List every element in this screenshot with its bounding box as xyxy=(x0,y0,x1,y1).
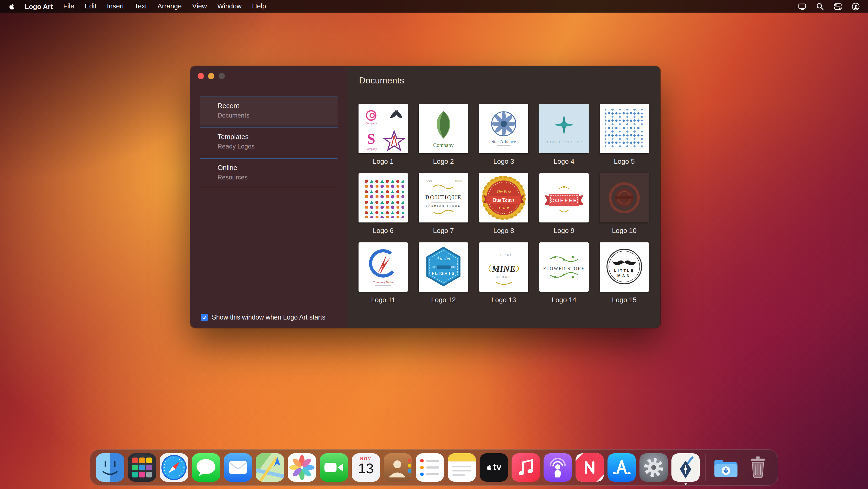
screen: Logo Art File Edit Insert Text Arrange V… xyxy=(0,0,868,489)
logo-1-label: Logo 1 xyxy=(359,157,408,166)
logo-13-text: FLORAL xyxy=(495,254,513,257)
document-logo-11[interactable]: Company Name Logo 11 xyxy=(359,242,408,304)
logo-1-thumbnail[interactable]: Company Company S xyxy=(359,104,408,153)
logo-6-thumbnail[interactable] xyxy=(359,173,408,223)
menu-view[interactable]: View xyxy=(187,0,212,12)
dock-news-icon[interactable] xyxy=(576,453,604,482)
logo-12-text: FLIGHTS xyxy=(432,271,455,276)
logo-2-text: Company xyxy=(433,142,454,148)
logo-12-thumbnail[interactable]: Air Jet FLIGHTS EST. 1953 xyxy=(419,242,468,292)
sidebar-nav: Recent Documents Templates Ready Logos O… xyxy=(200,96,338,187)
logo-2-thumbnail[interactable]: Company xyxy=(419,104,468,153)
dock-mail-icon[interactable] xyxy=(224,453,252,482)
desktop: Logo Art File Edit Insert Text Arrange V… xyxy=(0,0,868,244)
logo-15-thumbnail[interactable]: LITTLE MAN xyxy=(600,242,649,292)
logo-9-thumbnail[interactable]: COFFEE xyxy=(539,173,589,223)
traffic-lights xyxy=(197,73,225,79)
dock-maps-icon[interactable] xyxy=(256,453,284,482)
document-logo-5[interactable]: Logo 5 xyxy=(600,104,649,166)
logo-5-thumbnail[interactable] xyxy=(600,104,649,153)
dock-downloads-icon[interactable] xyxy=(712,453,740,482)
startup-checkbox-label: Show this window when Logo Art starts xyxy=(212,314,326,321)
sidebar-item-title: Online xyxy=(218,164,333,172)
logo-7-text: TRADE xyxy=(424,179,432,182)
logo-11-thumbnail[interactable]: Company Name xyxy=(359,242,408,292)
dock-finder-icon[interactable] xyxy=(96,453,124,482)
logo-12-label: Logo 12 xyxy=(419,296,468,304)
dock-appletv-icon[interactable]: tv xyxy=(479,453,508,482)
dock-logo-art-icon[interactable] xyxy=(672,453,700,482)
control-center-icon[interactable] xyxy=(834,2,842,10)
search-icon[interactable] xyxy=(816,2,824,10)
checkbox-checked-icon[interactable] xyxy=(201,314,208,321)
dock-settings-icon[interactable] xyxy=(640,453,668,482)
dock-podcasts-icon[interactable] xyxy=(544,453,572,482)
logo-3-label: Logo 3 xyxy=(479,157,528,166)
document-logo-6[interactable]: Logo 6 xyxy=(359,173,408,235)
sidebar-item-recent[interactable]: Recent Documents xyxy=(200,96,338,125)
document-logo-9[interactable]: COFFEE Logo 9 xyxy=(539,173,589,235)
dock-trash-icon[interactable] xyxy=(744,453,772,482)
logo-7-thumbnail[interactable]: TRADE MARK BOUTIQUE FASHION STORE xyxy=(419,173,468,223)
logo-4-thumbnail[interactable]: NORTHERN STAR xyxy=(539,104,589,153)
dock-reminders-icon[interactable] xyxy=(416,453,444,482)
sidebar-item-subtitle: Ready Logos xyxy=(218,143,333,150)
dock-music-icon[interactable] xyxy=(512,453,540,482)
logo-9-text: COFFEE xyxy=(550,198,578,203)
logo-15-label: Logo 15 xyxy=(600,296,649,304)
logo-8-thumbnail[interactable]: The Best Bus Tours xyxy=(479,173,528,223)
menu-arrange[interactable]: Arrange xyxy=(152,0,187,12)
svg-text:1953: 1953 xyxy=(451,266,456,268)
logo-13-label: Logo 13 xyxy=(479,296,528,304)
document-logo-15[interactable]: LITTLE MAN Logo 15 xyxy=(600,242,649,304)
dock-notes-icon[interactable] xyxy=(447,453,476,482)
document-logo-13[interactable]: FLORAL MINE STORE Logo 13 xyxy=(479,242,528,304)
menu-window[interactable]: Window xyxy=(212,0,247,12)
document-logo-1[interactable]: Company Company S Logo 1 xyxy=(359,104,408,166)
dock-messages-icon[interactable] xyxy=(192,453,220,482)
sidebar-item-templates[interactable]: Templates Ready Logos xyxy=(200,127,338,156)
user-account-icon[interactable] xyxy=(852,2,860,10)
logo-7-label: Logo 7 xyxy=(419,227,468,235)
menu-insert[interactable]: Insert xyxy=(102,0,129,12)
sidebar-item-subtitle: Documents xyxy=(218,112,333,119)
minimize-button[interactable] xyxy=(208,73,214,79)
logo-art-startup-window: Recent Documents Templates Ready Logos O… xyxy=(190,66,660,328)
logo-3-thumbnail[interactable]: Star Alliance xyxy=(479,104,528,153)
document-logo-4[interactable]: NORTHERN STAR Logo 4 xyxy=(539,104,589,166)
menu-edit[interactable]: Edit xyxy=(80,0,102,12)
document-logo-3[interactable]: Star Alliance Logo 3 xyxy=(479,104,528,166)
document-logo-12[interactable]: Air Jet FLIGHTS EST. 1953 Logo 12 xyxy=(419,242,468,304)
document-logo-14[interactable]: FLOWER STORE Logo 14 xyxy=(539,242,589,304)
menu-app-name[interactable]: Logo Art xyxy=(20,2,58,10)
logo-15-text: LITTLE xyxy=(614,268,634,272)
menu-text[interactable]: Text xyxy=(129,0,152,12)
menu-help[interactable]: Help xyxy=(247,0,272,12)
dock-calendar-icon[interactable]: NOV 13 xyxy=(352,453,380,482)
logo-3-text: Star Alliance xyxy=(491,139,516,144)
apple-menu[interactable] xyxy=(8,2,20,10)
dock-facetime-icon[interactable] xyxy=(320,453,348,482)
logo-14-thumbnail[interactable]: FLOWER STORE xyxy=(539,242,589,292)
dock-contacts-icon[interactable] xyxy=(384,453,412,482)
document-logo-7[interactable]: TRADE MARK BOUTIQUE FASHION STORE Logo 7 xyxy=(419,173,468,235)
dock-appstore-icon[interactable] xyxy=(608,453,636,482)
document-logo-2[interactable]: Company Logo 2 xyxy=(419,104,468,166)
document-logo-10[interactable]: Logo 10 xyxy=(600,173,649,235)
menu-status-icons xyxy=(798,2,860,10)
logo-12-text: Air Jet xyxy=(436,256,451,261)
calendar-day: 13 xyxy=(352,461,380,476)
display-icon[interactable] xyxy=(798,2,806,10)
dock-photos-icon[interactable] xyxy=(288,453,316,482)
dock-safari-icon[interactable] xyxy=(160,453,188,482)
logo-10-thumbnail[interactable] xyxy=(600,173,649,223)
menu-file[interactable]: File xyxy=(58,0,80,12)
logo-13-thumbnail[interactable]: FLORAL MINE STORE xyxy=(479,242,528,292)
startup-checkbox-row[interactable]: Show this window when Logo Art starts xyxy=(201,314,326,321)
close-button[interactable] xyxy=(197,73,204,79)
document-logo-8[interactable]: The Best Bus Tours Logo 8 xyxy=(479,173,528,235)
sidebar-item-online[interactable]: Online Resources xyxy=(200,159,338,187)
logo-9-label: Logo 9 xyxy=(539,227,589,235)
sidebar-item-subtitle: Resources xyxy=(218,174,333,181)
dock-launchpad-icon[interactable] xyxy=(128,453,156,482)
